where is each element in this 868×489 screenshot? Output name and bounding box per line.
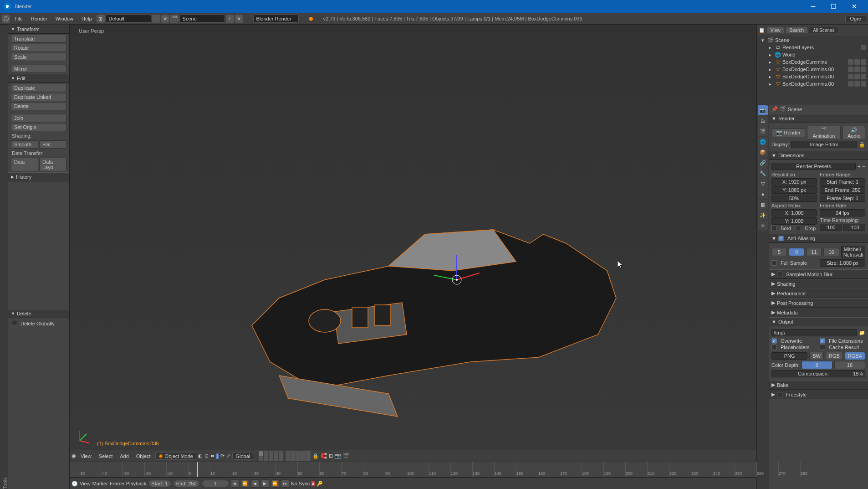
end-frame-field[interactable]: End Frame: 250 [820,186,865,194]
translate-button[interactable]: Translate [11,35,66,43]
bw-button[interactable]: BW [809,352,824,360]
data-layout-button[interactable]: Data Layo [39,158,66,171]
post-processing-header[interactable]: ▶Post Processing [769,298,868,308]
compression-field[interactable]: Compression: 15% [771,370,865,377]
tab-constraints-icon[interactable]: 🔗 [758,158,768,168]
menu-object[interactable]: Object [133,453,153,460]
cache-result-checkbox[interactable] [820,345,825,350]
tab-render-icon[interactable]: 📷 [758,105,768,115]
tl-menu-view[interactable]: View [80,481,91,486]
outliner-tree[interactable]: ▾🎬Scene▸🗂RenderLayers▸🌐World▸▽BoxDodgeCu… [757,36,868,104]
tab-particles-icon[interactable]: ✨ [758,210,768,220]
tab-texture-icon[interactable]: ▦ [758,200,768,210]
tab-tools[interactable]: Tools [2,29,8,489]
keyframe-next-icon[interactable]: ⏩ [271,479,279,488]
render-presets-dropdown[interactable]: Render Presets [771,163,856,170]
tab-material-icon[interactable]: ● [758,189,768,199]
timeline-ruler[interactable]: -50-40-30-20-100102030405060708090100110… [70,462,756,478]
placeholders-checkbox[interactable] [771,345,777,350]
tab-data-icon[interactable]: ▽ [758,179,768,189]
timeline-editor-icon[interactable]: 🕐 [71,481,78,487]
tab-object-icon[interactable]: 📦 [758,147,768,157]
manipulator-icon[interactable]: ⬌ [210,453,214,459]
maximize-button[interactable]: ☐ [823,0,844,13]
preset-remove-icon[interactable]: − [863,164,865,169]
add-scene-icon[interactable]: + [226,15,234,23]
smooth-button[interactable]: Smooth [11,140,38,149]
data-button[interactable]: Data [11,158,38,171]
set-origin-button[interactable]: Set Origin [11,123,66,131]
autokey-icon[interactable]: ● [311,481,315,486]
motion-blur-header[interactable]: ▶Sampled Motion Blur [769,269,868,279]
render-animation-icon[interactable]: 🎬 [343,453,349,459]
orientation-dropdown[interactable]: Global [232,453,253,460]
outliner-row[interactable]: ▾🎬Scene [758,36,867,44]
outliner-tab-search[interactable]: Search [786,27,808,33]
file-format-dropdown[interactable]: PNG [771,352,807,360]
freestyle-header[interactable]: ▶Freestyle [769,390,868,399]
remap-old-field[interactable]: :100 [820,224,842,231]
editor-type-icon[interactable]: ⓘ [2,15,10,23]
screen-browse-icon[interactable]: ⊞ [97,15,105,23]
aa-5-button[interactable]: 5 [771,248,787,256]
res-pct-field[interactable]: 50% [771,195,817,202]
tl-menu-marker[interactable]: Marker [92,481,108,486]
tl-menu-frame[interactable]: Frame [110,481,124,486]
end-frame-field[interactable]: End:250 [173,480,200,487]
preset-add-icon[interactable]: + [858,164,860,169]
snap-icon[interactable]: 🧲 [321,453,327,459]
flat-button[interactable]: Flat [39,140,66,149]
snap-type-icon[interactable]: ⊞ [329,453,333,459]
full-sample-checkbox[interactable] [771,260,777,266]
outliner-editor-icon[interactable]: 📋 [759,27,765,33]
current-frame-field[interactable]: 1 [202,480,229,487]
display-dropdown[interactable]: Image Editor [791,141,857,148]
outliner-tab-view[interactable]: View [767,27,784,33]
keying-set-icon[interactable]: 🔑 [317,481,323,487]
menu-view[interactable]: View [78,453,94,460]
aa-11-button[interactable]: 11 [806,248,822,256]
pivot-icon[interactable]: ⊙ [204,453,209,459]
close-button[interactable]: ✕ [844,0,864,13]
start-frame-field[interactable]: Start Frame: 1 [820,178,865,185]
pin-icon[interactable]: 📌 [771,106,778,112]
3d-view[interactable]: User Persp [70,25,756,450]
output-panel-header[interactable]: ▼Output [769,317,868,326]
aspect-y-field[interactable]: Y: 1.000 [771,217,817,225]
tab-physics-icon[interactable]: ⚛ [758,221,768,231]
dimensions-panel-header[interactable]: ▼Dimensions [769,151,868,160]
render-engine-field[interactable]: Blender Render [253,15,299,23]
outliner-row[interactable]: ▸▽BoxDodgeCummins [758,58,867,66]
delete-button[interactable]: Delete [11,102,66,110]
rgba-button[interactable]: RGBA [845,352,865,360]
keyframe-prev-icon[interactable]: ⏪ [241,479,249,488]
res-x-field[interactable]: X: 1920 px [771,178,817,185]
crop-checkbox[interactable] [796,226,801,231]
minimize-button[interactable]: ─ [803,0,823,13]
scene-browse-icon[interactable]: 🎬 [170,15,179,23]
tl-menu-playback[interactable]: Playback [126,481,147,486]
browse-folder-icon[interactable]: 📁 [859,330,865,336]
edit-header[interactable]: ▼Edit [8,74,69,83]
outliner-row[interactable]: ▸▽BoxDodgeCummins.00 [758,66,867,73]
outliner-row[interactable]: ▸▽BoxDodgeCummins.00 [758,80,867,88]
performance-header[interactable]: ▶Performance [769,288,868,298]
border-checkbox[interactable] [771,226,777,231]
remap-new-field[interactable]: :100 [843,224,865,231]
play-icon[interactable]: ▶ [261,479,269,488]
delete-globally-row[interactable]: Delete Globally [8,318,69,328]
output-path-field[interactable]: /tmp\ [771,329,857,336]
bake-header[interactable]: ▶Bake [769,380,868,390]
aspect-x-field[interactable]: X: 1.000 [771,209,817,216]
render-preview-icon[interactable]: 📷 [335,453,341,459]
depth-8-button[interactable]: 8 [802,361,832,369]
menu-select[interactable]: Select [96,453,116,460]
render-panel-header[interactable]: ▼Render [769,114,868,123]
manipulator-scale-icon[interactable]: ⤢ [226,453,230,459]
aa-size-field[interactable]: Size: 1.000 px [820,259,865,267]
shading-icon[interactable]: ◐ [198,453,203,459]
tab-modifiers-icon[interactable]: 🔧 [758,168,768,178]
metadata-header[interactable]: ▶Metadata [769,308,868,317]
view3d-editor-icon[interactable]: ◉ [71,453,76,459]
outliner-row[interactable]: ▸🗂RenderLayers [758,44,867,51]
